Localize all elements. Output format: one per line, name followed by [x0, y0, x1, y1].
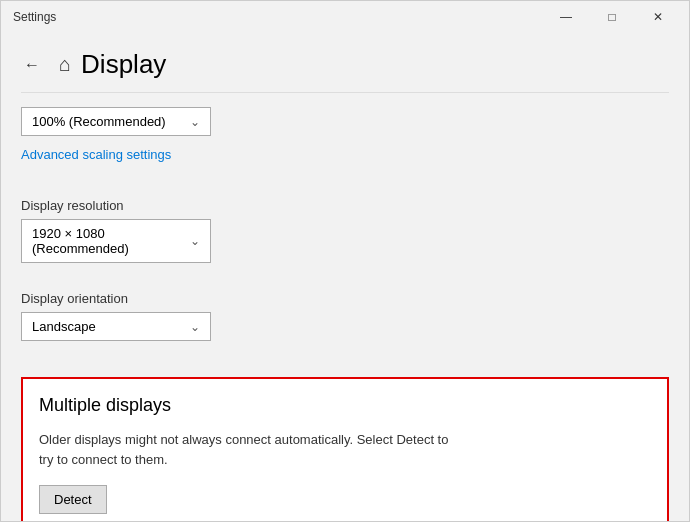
minimize-button[interactable]: — [543, 1, 589, 33]
scaling-dropdown[interactable]: 100% (Recommended) ⌄ [21, 107, 211, 136]
multiple-displays-description: Older displays might not always connect … [39, 430, 459, 469]
settings-body: 100% (Recommended) ⌄ Advanced scaling se… [1, 92, 689, 521]
page-title-area: ⌂ Display [59, 49, 166, 80]
scaling-group: 100% (Recommended) ⌄ Advanced scaling se… [21, 107, 669, 180]
page-title: Display [81, 49, 166, 80]
scroll-divider [21, 92, 669, 93]
title-bar-left: Settings [13, 10, 56, 24]
resolution-group: Display resolution 1920 × 1080 (Recommen… [21, 196, 669, 273]
home-icon: ⌂ [59, 53, 71, 76]
resolution-dropdown-value: 1920 × 1080 (Recommended) [32, 226, 190, 256]
orientation-label: Display orientation [21, 291, 669, 306]
title-bar: Settings — □ ✕ [1, 1, 689, 33]
window-title: Settings [13, 10, 56, 24]
multiple-displays-section: Multiple displays Older displays might n… [21, 377, 669, 521]
content-area: ← ⌂ Display 100% (Recommended) ⌄ Adva [1, 33, 689, 521]
page-header: ← ⌂ Display [1, 33, 689, 92]
maximize-button[interactable]: □ [589, 1, 635, 33]
back-icon: ← [24, 56, 40, 74]
settings-window: Settings — □ ✕ ← ⌂ Display [0, 0, 690, 522]
resolution-dropdown[interactable]: 1920 × 1080 (Recommended) ⌄ [21, 219, 211, 263]
advanced-scaling-link[interactable]: Advanced scaling settings [21, 147, 171, 162]
main-panel: ← ⌂ Display 100% (Recommended) ⌄ Adva [1, 33, 689, 521]
multiple-displays-title: Multiple displays [39, 395, 651, 416]
orientation-dropdown[interactable]: Landscape ⌄ [21, 312, 211, 341]
resolution-dropdown-arrow: ⌄ [190, 234, 200, 248]
resolution-label: Display resolution [21, 198, 669, 213]
orientation-dropdown-value: Landscape [32, 319, 96, 334]
scaling-dropdown-arrow: ⌄ [190, 115, 200, 129]
orientation-group: Display orientation Landscape ⌄ [21, 289, 669, 351]
back-button[interactable]: ← [17, 50, 47, 80]
orientation-dropdown-arrow: ⌄ [190, 320, 200, 334]
scaling-dropdown-value: 100% (Recommended) [32, 114, 166, 129]
title-bar-controls: — □ ✕ [543, 1, 681, 33]
close-button[interactable]: ✕ [635, 1, 681, 33]
detect-button[interactable]: Detect [39, 485, 107, 514]
